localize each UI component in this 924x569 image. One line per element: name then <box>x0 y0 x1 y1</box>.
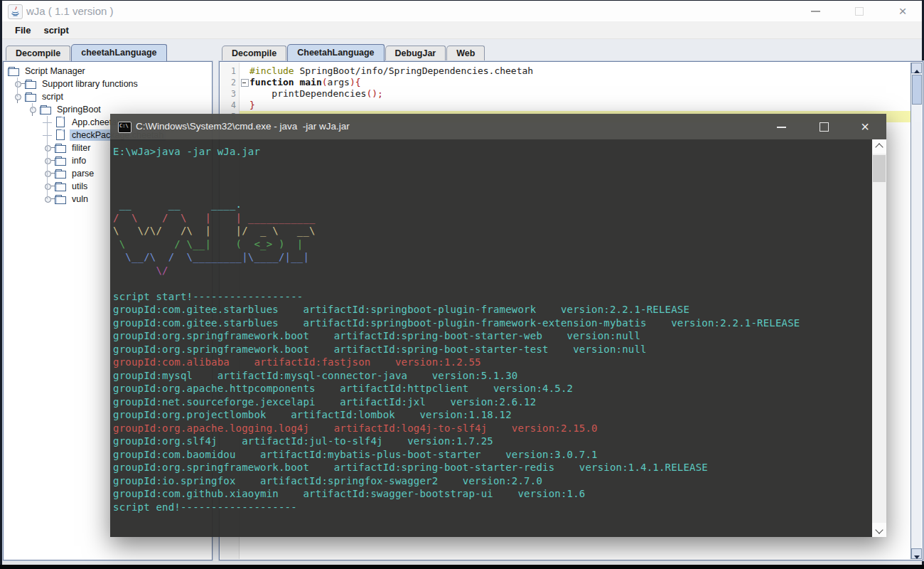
scroll-up-button[interactable] <box>911 63 922 73</box>
app-titlebar[interactable]: wJa ( 1.1 version ) × <box>2 1 922 21</box>
close-icon: × <box>861 119 869 134</box>
console-line: groupId:com.github.xiaoymin artifactId:s… <box>113 487 872 501</box>
right-tab-strip: DecompileCheetahLanguageDebugJarWeb <box>222 44 485 61</box>
menu-item-script[interactable]: script <box>38 25 74 36</box>
tree-item-label: filiter <box>70 142 92 154</box>
console-scrollbar-thumb[interactable] <box>873 155 886 182</box>
tree-toggle-icon[interactable] <box>42 154 55 167</box>
console-line: groupId:org.apache.httpcomponents artifa… <box>113 382 872 395</box>
cmd-icon <box>118 122 131 133</box>
tree-toggle-icon[interactable] <box>42 142 55 154</box>
tree-item-script[interactable]: script <box>4 90 212 103</box>
tree-toggle-icon[interactable] <box>12 78 25 90</box>
code-line: 3 printDependencies(); <box>220 88 911 100</box>
arrow-down-icon <box>914 555 920 559</box>
fold-gutter <box>240 88 249 100</box>
menu-item-file[interactable]: File <box>9 25 36 36</box>
code-line: 1#include SpringBoot/info/SpringDependen… <box>220 65 911 77</box>
cmd-titlebar[interactable]: C:\Windows\System32\cmd.exe - java -jar … <box>110 114 886 139</box>
left-tab-cheetahlanguage[interactable]: cheetahLanguage <box>71 44 166 61</box>
tree-item-label: script <box>40 91 65 102</box>
folder-icon <box>25 78 38 90</box>
file-icon <box>55 116 68 129</box>
console-line: \ \/\/ /\ | |/ _ \ __\ <box>113 224 872 238</box>
tree-item-label: info <box>70 155 88 166</box>
console-output[interactable]: E:\wJa>java -jar wJa.jar __ __ ____./ \ … <box>110 139 872 537</box>
tree-toggle-icon[interactable] <box>42 180 55 193</box>
console-line: groupId:com.gitee.starblues artifactId:s… <box>113 303 872 317</box>
cmd-minimize-button[interactable] <box>773 114 789 139</box>
cmd-window: C:\Windows\System32\cmd.exe - java -jar … <box>110 114 886 537</box>
line-number: 3 <box>220 88 240 100</box>
tree-connector <box>42 116 55 129</box>
console-line <box>113 277 872 290</box>
console-line: groupId:com.alibaba artifactId:fastjson … <box>113 356 872 369</box>
app-close-button[interactable]: × <box>893 1 913 21</box>
tree-item-support-library-functions[interactable]: Support library functions <box>4 78 212 90</box>
fold-gutter <box>240 100 249 111</box>
tree-toggle-icon[interactable] <box>27 103 40 116</box>
console-line <box>113 171 872 185</box>
line-number: 2 <box>220 77 240 88</box>
cmd-title: C:\Windows\System32\cmd.exe - java -jar … <box>136 114 350 139</box>
console-scroll-down-button[interactable] <box>872 523 886 537</box>
console-line: \__/\ / \________|\____/|__| <box>113 250 872 264</box>
arrow-up-icon <box>914 70 920 73</box>
folder-icon <box>55 180 68 193</box>
cmd-maximize-button[interactable] <box>816 114 832 139</box>
right-tab-decompile[interactable]: Decompile <box>222 46 286 61</box>
folder-icon <box>8 65 21 78</box>
folder-icon <box>55 193 68 206</box>
cmd-close-button[interactable]: × <box>857 114 873 139</box>
line-number: 4 <box>220 100 240 111</box>
console-line: groupId:org.slf4j artifactId:jul-to-slf4… <box>113 435 872 448</box>
fold-toggle-icon[interactable] <box>240 77 249 88</box>
console-line: groupId:org.apache.logging.log4j artifac… <box>113 422 872 435</box>
code-line: 2function main(args){ <box>220 77 911 88</box>
menu-bar: Filescript <box>2 21 922 39</box>
tree-connector <box>42 129 55 142</box>
console-line: __ __ ____. <box>113 198 872 211</box>
app-maximize-button[interactable] <box>849 1 869 21</box>
console-line: groupId:com.baomidou artifactId:mybatis-… <box>113 448 872 462</box>
scroll-down-button[interactable] <box>911 548 922 559</box>
console-line: groupId:io.springfox artifactId:springfo… <box>113 474 872 488</box>
minimize-icon <box>811 11 820 12</box>
tree-item-label: Support library functions <box>40 78 140 90</box>
line-number: 1 <box>220 65 240 77</box>
window-edge-bottom <box>0 565 924 569</box>
right-tab-web[interactable]: Web <box>446 46 485 61</box>
code-line: 4} <box>220 100 911 111</box>
left-tab-decompile[interactable]: Decompile <box>6 46 70 61</box>
console-line: E:\wJa>java -jar wJa.jar <box>113 145 872 159</box>
tree-toggle-icon[interactable] <box>42 167 55 180</box>
left-tab-strip: DecompilecheetahLanguage <box>6 44 168 61</box>
console-scroll-up-button[interactable] <box>872 139 886 154</box>
console-scrollbar[interactable] <box>872 139 886 537</box>
right-tab-debugjar[interactable]: DebugJar <box>385 46 446 61</box>
right-tab-cheetahlanguage[interactable]: CheetahLanguage <box>287 44 384 61</box>
java-icon <box>8 4 23 19</box>
console-line: groupId:net.sourceforge.jexcelapi artifa… <box>113 395 872 409</box>
console-line: groupId:org.springframework.boot artifac… <box>113 461 872 474</box>
chevron-up-icon <box>875 143 883 151</box>
code-text: printDependencies(); <box>249 88 911 100</box>
console-line <box>113 159 872 172</box>
tree-toggle-icon[interactable] <box>42 193 55 206</box>
tree-connector <box>47 116 48 199</box>
scrollbar-thumb[interactable] <box>912 75 922 105</box>
console-line: groupId:mysql artifactId:mysql-connector… <box>113 369 872 383</box>
folder-icon <box>55 167 68 180</box>
maximize-icon <box>820 122 829 132</box>
console-line: / \ / \ | | ___________ <box>113 211 872 225</box>
tree-connector <box>17 78 18 97</box>
tree-item-script-manager[interactable]: Script Manager <box>4 65 212 78</box>
folder-icon <box>40 103 53 116</box>
close-icon: × <box>898 4 906 18</box>
console-line <box>113 185 872 198</box>
tree-toggle-icon[interactable] <box>12 90 25 103</box>
editor-vertical-scrollbar[interactable] <box>910 63 922 559</box>
app-minimize-button[interactable] <box>805 1 825 21</box>
folder-icon <box>25 90 38 103</box>
console-line: groupId:org.springframework.boot artifac… <box>113 343 872 356</box>
